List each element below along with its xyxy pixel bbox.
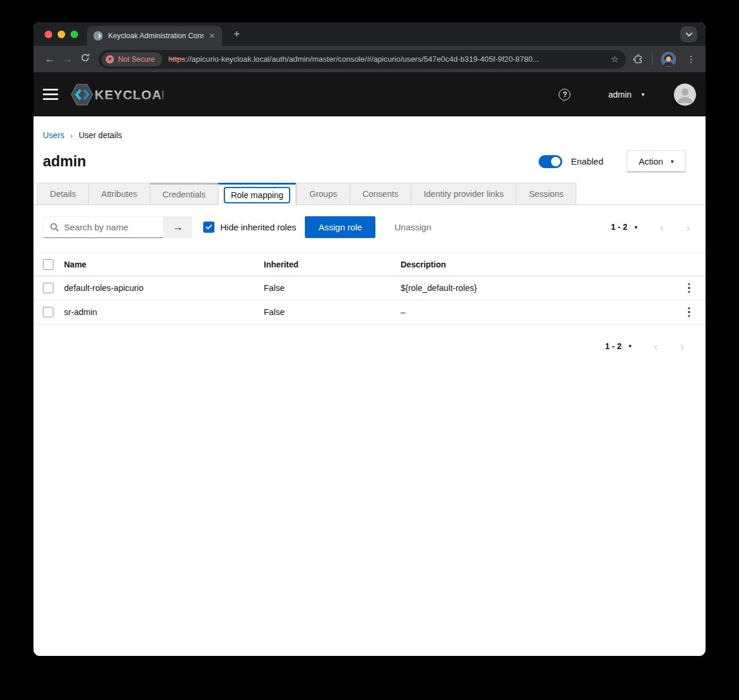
keycloak-logo[interactable]: KEYCLOAK (70, 83, 163, 106)
column-header-name: Name (64, 260, 264, 269)
pagination-bottom-wrap: 1 - 2 ▾ ‹ › (33, 340, 690, 352)
row-kebab-menu-icon[interactable] (686, 305, 693, 320)
caret-down-icon: ▾ (641, 91, 644, 98)
search-submit-button[interactable]: → (163, 216, 192, 238)
assign-role-button[interactable]: Assign role (305, 216, 375, 238)
table-row: default-roles-apicurio False ${role_defa… (33, 276, 706, 300)
pagination-prev-icon[interactable]: ‹ (660, 221, 664, 233)
not-secure-badge[interactable]: ✕ Not Secure (102, 52, 162, 66)
page-content: Users › User details admin Enabled Actio… (33, 116, 706, 656)
toolbar-divider (652, 54, 653, 65)
tab-identity-provider-links[interactable]: Identity provider links (411, 183, 516, 205)
select-all-checkbox[interactable] (43, 259, 53, 270)
not-secure-icon: ✕ (106, 55, 114, 63)
pagination-prev-icon[interactable]: ‹ (654, 340, 658, 352)
masthead-right: ? admin ▾ (559, 83, 696, 106)
row-kebab-menu-icon[interactable] (686, 281, 693, 296)
pagination-range-dropdown[interactable]: 1 - 2 ▾ (605, 341, 631, 351)
tab-consents[interactable]: Consents (350, 183, 411, 205)
browser-tab-title: Keycloak Administration Cons (108, 32, 204, 40)
action-dropdown-button[interactable]: Action ▾ (627, 150, 686, 172)
toggle-knob (551, 157, 560, 166)
table-row: sr-admin False – (33, 300, 706, 324)
role-description-cell: ${role_default-roles} (401, 283, 673, 293)
browser-toolbar-right: ⋮ (633, 52, 698, 67)
tab-credentials[interactable]: Credentials (150, 183, 218, 205)
window-close-button[interactable] (45, 31, 52, 38)
user-avatar (674, 83, 696, 106)
tab-close-icon[interactable]: ✕ (207, 31, 217, 41)
breadcrumb-users-link[interactable]: Users (43, 130, 65, 140)
title-controls: Enabled Action ▾ (539, 150, 686, 172)
title-row: admin Enabled Action ▾ (43, 150, 686, 172)
search-input[interactable] (64, 222, 155, 232)
new-tab-button[interactable]: + (230, 27, 244, 41)
pagination-next-icon[interactable]: › (680, 340, 684, 352)
help-icon[interactable]: ? (559, 89, 570, 101)
keycloak-favicon-icon (93, 31, 103, 41)
caret-down-icon: ▾ (671, 158, 674, 165)
reload-glyph-icon (80, 53, 90, 62)
pagination-range-label: 1 - 2 (605, 341, 622, 351)
pagination-range-dropdown[interactable]: 1 - 2 ▾ (611, 222, 637, 232)
user-menu-label: admin (608, 90, 631, 99)
hide-inherited-label: Hide inherited roles (220, 222, 296, 232)
breadcrumb: Users › User details (43, 130, 696, 140)
row-checkbox[interactable] (43, 283, 53, 293)
tab-attributes[interactable]: Attributes (88, 183, 149, 205)
pagination-range-label: 1 - 2 (611, 222, 627, 232)
unassign-button[interactable]: Unassign (394, 222, 431, 232)
user-menu[interactable]: admin ▾ (608, 90, 644, 99)
tab-groups[interactable]: Groups (296, 183, 350, 205)
browser-toolbar: ← → ✕ Not Secure https://apicurio-keyclo… (33, 46, 706, 72)
user-detail-tabs: Details Attributes Credentials Role mapp… (33, 183, 706, 205)
url-text: https://apicurio-keycloak.local/auth/adm… (169, 55, 606, 63)
browser-tabstrip: Keycloak Administration Cons ✕ + (33, 22, 706, 46)
row-checkbox[interactable] (43, 307, 53, 317)
hide-inherited-group: Hide inherited roles (203, 222, 296, 233)
bookmark-star-icon[interactable]: ☆ (611, 54, 619, 65)
pagination-bottom: 1 - 2 ▾ ‹ › (605, 340, 690, 352)
window-zoom-button[interactable] (70, 31, 78, 38)
search-box (43, 216, 163, 238)
reload-icon[interactable] (76, 53, 94, 65)
chevron-down-icon (686, 32, 693, 37)
column-header-inherited: Inherited (264, 260, 401, 269)
profile-photo-icon (661, 52, 676, 67)
address-bar[interactable]: ✕ Not Secure https://apicurio-keycloak.l… (99, 50, 626, 69)
caret-down-icon: ▾ (634, 224, 637, 230)
role-name-cell: default-roles-apicurio (64, 283, 264, 293)
search-icon (50, 223, 59, 232)
role-inherited-cell: False (264, 307, 401, 317)
tab-details[interactable]: Details (37, 183, 88, 205)
breadcrumb-current: User details (79, 130, 122, 140)
back-icon[interactable]: ← (41, 53, 59, 65)
column-header-description: Description (401, 260, 673, 269)
breadcrumb-separator-icon: › (70, 131, 73, 140)
extensions-puzzle-icon[interactable] (633, 53, 644, 65)
pagination-top: 1 - 2 ▾ ‹ › (611, 221, 696, 233)
action-label: Action (639, 156, 663, 166)
tab-role-mapping-label: Role mapping (224, 187, 290, 203)
hide-inherited-checkbox[interactable] (203, 222, 214, 233)
window-minimize-button[interactable] (58, 31, 65, 38)
brand-text: KEYCLOAK (95, 87, 163, 102)
role-inherited-cell: False (264, 283, 401, 293)
caret-down-icon: ▾ (629, 343, 631, 349)
tab-role-mapping[interactable]: Role mapping (218, 183, 296, 205)
browser-profile-avatar[interactable] (661, 52, 676, 67)
forward-icon[interactable]: → (59, 53, 76, 65)
nav-toggle-hamburger-icon[interactable] (43, 88, 58, 101)
not-secure-label: Not Secure (118, 55, 155, 63)
role-mapping-table: Name Inherited Description default-roles… (33, 253, 706, 324)
browser-menu-icon[interactable]: ⋮ (684, 54, 698, 65)
tab-search-button[interactable] (680, 26, 697, 42)
keycloak-masthead: KEYCLOAK ? admin ▾ (33, 72, 706, 116)
avatar-silhouette-icon (674, 83, 696, 106)
tab-sessions[interactable]: Sessions (516, 183, 576, 205)
enabled-toggle[interactable] (539, 155, 562, 168)
browser-tab[interactable]: Keycloak Administration Cons ✕ (87, 26, 222, 46)
browser-window: Keycloak Administration Cons ✕ + ← → ✕ N… (33, 22, 706, 656)
pagination-next-icon[interactable]: › (686, 221, 690, 233)
roles-toolbar: → Hide inherited roles Assign role Unass… (43, 215, 696, 239)
